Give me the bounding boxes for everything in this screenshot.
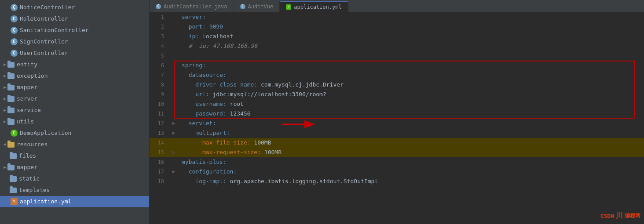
sidebar-item-SignController[interactable]: C SignController xyxy=(0,36,149,47)
line-number: 3 xyxy=(150,32,169,41)
line-gutter xyxy=(169,157,178,167)
line-number: 2 xyxy=(150,22,169,32)
code-line-12: 12▶ servlet: xyxy=(150,119,644,128)
sidebar-item-resources[interactable]: ▼ resources xyxy=(0,139,149,150)
sidebar-item-label: SanitationController xyxy=(20,25,89,35)
line-content: mybatis-plus: xyxy=(178,157,644,167)
tab-application-yml[interactable]: Y application.yml xyxy=(280,1,348,12)
code-line-14: 14 max-file-size: 100MB xyxy=(150,138,644,148)
class-icon: C xyxy=(11,27,18,34)
line-gutter xyxy=(169,80,178,90)
file-tree[interactable]: C NoticeController C RoleController C Sa… xyxy=(0,0,150,224)
collapse-arrow: ▶ xyxy=(4,163,6,172)
line-gutter xyxy=(169,109,178,119)
line-number: 7 xyxy=(150,70,169,80)
code-editor: C AuditController.java C AuditVue Y appl… xyxy=(150,0,644,224)
code-line-1: 1server: xyxy=(150,12,644,22)
sidebar-item-label: entity xyxy=(17,60,37,69)
folder-open-icon xyxy=(7,142,15,148)
line-content: datasource: xyxy=(178,70,644,80)
code-line-4: 4 # ip: 47.108.165.96 xyxy=(150,41,644,51)
sidebar-item-mapper2[interactable]: ▶ mapper xyxy=(0,162,149,173)
sidebar-item-NoticeController[interactable]: C NoticeController xyxy=(0,2,149,13)
tabs-bar[interactable]: C AuditController.java C AuditVue Y appl… xyxy=(150,0,644,12)
class-icon: C xyxy=(11,4,18,11)
line-number: 5 xyxy=(150,51,169,61)
folder-icon xyxy=(7,85,15,90)
line-number: 16 xyxy=(150,157,169,167)
line-number: 8 xyxy=(150,80,169,90)
sidebar-item-templates[interactable]: templates xyxy=(0,184,149,196)
line-gutter: ▶ xyxy=(169,167,178,177)
class-icon: C xyxy=(11,15,18,22)
line-content: multipart: xyxy=(178,128,644,138)
code-line-3: 3 ip: localhost xyxy=(150,32,644,41)
line-gutter xyxy=(169,99,178,109)
line-content: max-request-size: 100MB xyxy=(178,148,644,157)
sidebar-item-RoleController[interactable]: C RoleController xyxy=(0,13,149,25)
sidebar-item-label: service xyxy=(17,105,41,115)
line-content: url: jdbc:mysql://localhost:3306/room? xyxy=(178,90,644,99)
code-line-8: 8 driver-class-name: com.mysql.cj.jdbc.D… xyxy=(150,80,644,90)
sidebar-item-server[interactable]: ▶ server xyxy=(0,93,149,105)
code-line-13: 13▶ multipart: xyxy=(150,128,644,138)
collapse-arrow: ▶ xyxy=(4,60,6,69)
sidebar-item-DemoApplication[interactable]: C DemoApplication xyxy=(0,127,149,139)
line-gutter: ▶ xyxy=(169,119,178,128)
csdn-label: CSDN xyxy=(600,213,614,219)
tab-label: application.yml xyxy=(294,4,341,10)
sidebar-item-UserController[interactable]: C UserController xyxy=(0,47,149,59)
sidebar-item-label: server xyxy=(17,94,37,104)
folder-icon xyxy=(7,62,15,68)
line-content: password: 123456 xyxy=(178,109,644,119)
line-gutter xyxy=(169,177,178,186)
sidebar-item-label: static xyxy=(19,174,40,184)
line-number: 10 xyxy=(150,99,169,109)
tab-yaml-icon: Y xyxy=(286,4,291,10)
sidebar-item-label: utils xyxy=(17,117,34,126)
line-content: server: xyxy=(178,12,644,22)
sidebar-item-SanitationController[interactable]: C SanitationController xyxy=(0,25,149,36)
line-number: 11 xyxy=(150,109,169,119)
code-content: 1server:2 port: 90903 ip: localhost4 # i… xyxy=(150,12,644,224)
watermark-separator: 川 xyxy=(616,211,623,220)
line-gutter xyxy=(169,22,178,32)
sidebar-item-files[interactable]: files xyxy=(0,150,149,162)
sidebar-item-label: RoleController xyxy=(20,14,68,24)
yaml-icon: Y xyxy=(11,198,18,205)
line-content xyxy=(178,51,644,61)
folder-icon xyxy=(10,176,17,182)
class-icon: C xyxy=(11,130,18,137)
sidebar-item-utils[interactable]: ▶ utils xyxy=(0,116,149,127)
collapse-arrow: ▶ xyxy=(4,71,6,81)
line-gutter xyxy=(169,41,178,51)
line-gutter xyxy=(169,32,178,41)
sidebar-item-label: files xyxy=(19,151,36,161)
sidebar-item-label: UserController xyxy=(20,48,68,58)
code-line-6: 6spring: xyxy=(150,61,644,70)
line-content: driver-class-name: com.mysql.cj.jdbc.Dri… xyxy=(178,80,644,90)
sidebar-item-static[interactable]: static xyxy=(0,173,149,184)
code-line-9: 9 url: jdbc:mysql://localhost:3306/room? xyxy=(150,90,644,99)
line-number: 13 xyxy=(150,128,169,138)
tab-class-icon: C xyxy=(240,4,245,9)
line-number: 9 xyxy=(150,90,169,99)
tab-AuditVue[interactable]: C AuditVue xyxy=(234,1,280,12)
sidebar-item-service[interactable]: ▶ service xyxy=(0,105,149,116)
sidebar-item-entity[interactable]: ▶ entity xyxy=(0,59,149,70)
line-content: configuration: xyxy=(178,167,644,177)
line-number: 17 xyxy=(150,167,169,177)
collapse-arrow: ▶ xyxy=(4,83,6,92)
line-number: 1 xyxy=(150,12,169,22)
sidebar-item-application-yml[interactable]: Y application.yml xyxy=(0,196,149,207)
line-content: servlet: xyxy=(178,119,644,128)
sidebar-item-mapper[interactable]: ▶ mapper xyxy=(0,82,149,93)
folder-icon xyxy=(7,96,15,102)
line-gutter xyxy=(169,70,178,80)
sidebar-item-exception[interactable]: ▶ exception xyxy=(0,70,149,82)
tab-AuditController[interactable]: C AuditController.java xyxy=(150,1,234,12)
code-line-5: 5 xyxy=(150,51,644,61)
tab-label: AuditController.java xyxy=(164,4,227,10)
class-icon: C xyxy=(11,38,18,45)
line-number: 15 xyxy=(150,148,169,157)
